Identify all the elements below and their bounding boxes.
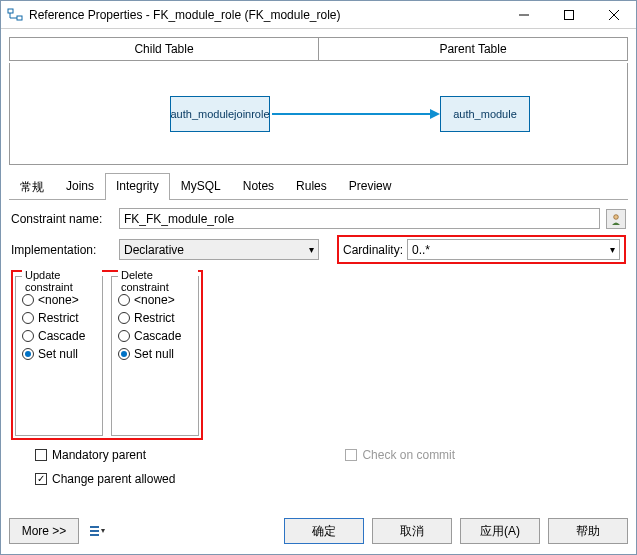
constraints-highlight: Update constraint <none> Restrict Cascad…: [11, 270, 203, 440]
svg-rect-9: [90, 534, 99, 536]
delete-setnull-radio[interactable]: Set null: [118, 345, 192, 363]
update-restrict-radio[interactable]: Restrict: [22, 309, 96, 327]
chevron-down-icon: ▾: [309, 244, 314, 255]
ok-button[interactable]: 确定: [284, 518, 364, 544]
tab-strip: 常规 Joins Integrity MySQL Notes Rules Pre…: [9, 173, 628, 200]
parent-table-header[interactable]: Parent Table: [319, 38, 627, 60]
minimize-button[interactable]: [501, 1, 546, 28]
tab-rules[interactable]: Rules: [285, 173, 338, 200]
constraint-name-label: Constraint name:: [11, 212, 113, 226]
check-on-commit-check: Check on commit: [345, 446, 455, 464]
chevron-down-icon: ▾: [610, 244, 615, 255]
delete-none-radio[interactable]: <none>: [118, 291, 192, 309]
update-constraint-group: Update constraint <none> Restrict Cascad…: [15, 276, 103, 436]
tab-notes[interactable]: Notes: [232, 173, 285, 200]
bottom-bar: More >> 确定 取消 应用(A) 帮助: [1, 508, 636, 554]
change-parent-allowed-check[interactable]: ✓Change parent allowed: [35, 470, 175, 488]
tab-mysql[interactable]: MySQL: [170, 173, 232, 200]
more-button[interactable]: More >>: [9, 518, 79, 544]
help-button[interactable]: 帮助: [548, 518, 628, 544]
delete-constraint-group: Delete constraint <none> Restrict Cascad…: [111, 276, 199, 436]
tab-preview[interactable]: Preview: [338, 173, 403, 200]
implementation-value: Declarative: [124, 243, 309, 257]
window-title: Reference Properties - FK_module_role (F…: [29, 8, 501, 22]
cancel-button[interactable]: 取消: [372, 518, 452, 544]
update-setnull-radio[interactable]: Set null: [22, 345, 96, 363]
delete-cascade-radio[interactable]: Cascade: [118, 327, 192, 345]
svg-rect-8: [90, 530, 99, 532]
app-icon: [7, 7, 23, 23]
svg-point-6: [614, 214, 619, 219]
implementation-label: Implementation:: [11, 243, 113, 257]
svg-rect-0: [8, 9, 13, 13]
user-assist-button[interactable]: [606, 209, 626, 229]
relationship-diagram: auth_modulejoinrole auth_module: [9, 63, 628, 165]
tab-general[interactable]: 常规: [9, 173, 55, 200]
svg-rect-7: [90, 526, 99, 528]
apply-button[interactable]: 应用(A): [460, 518, 540, 544]
child-entity[interactable]: auth_modulejoinrole: [170, 96, 270, 132]
tab-joins[interactable]: Joins: [55, 173, 105, 200]
cardinality-label: Cardinality:: [343, 243, 403, 257]
maximize-button[interactable]: [546, 1, 591, 28]
integrity-panel: Constraint name: Implementation: Declara…: [1, 200, 636, 488]
titlebar: Reference Properties - FK_module_role (F…: [1, 1, 636, 29]
svg-rect-3: [564, 10, 573, 19]
constraint-name-input[interactable]: [119, 208, 600, 229]
delete-restrict-radio[interactable]: Restrict: [118, 309, 192, 327]
cardinality-combo[interactable]: 0..* ▾: [407, 239, 620, 260]
update-cascade-radio[interactable]: Cascade: [22, 327, 96, 345]
cardinality-value: 0..*: [412, 243, 610, 257]
update-none-radio[interactable]: <none>: [22, 291, 96, 309]
tables-header: Child Table Parent Table: [9, 37, 628, 61]
delete-constraint-legend: Delete constraint: [118, 269, 198, 293]
child-table-header[interactable]: Child Table: [10, 38, 319, 60]
menu-dropdown-button[interactable]: [87, 521, 107, 541]
relationship-arrow-line: [272, 113, 432, 115]
update-constraint-legend: Update constraint: [22, 269, 102, 293]
close-button[interactable]: [591, 1, 636, 28]
relationship-arrow-head: [430, 109, 440, 119]
svg-rect-1: [17, 16, 22, 20]
parent-entity[interactable]: auth_module: [440, 96, 530, 132]
tab-integrity[interactable]: Integrity: [105, 173, 170, 200]
mandatory-parent-check[interactable]: Mandatory parent: [35, 446, 175, 464]
cardinality-highlight: Cardinality: 0..* ▾: [337, 235, 626, 264]
implementation-combo[interactable]: Declarative ▾: [119, 239, 319, 260]
